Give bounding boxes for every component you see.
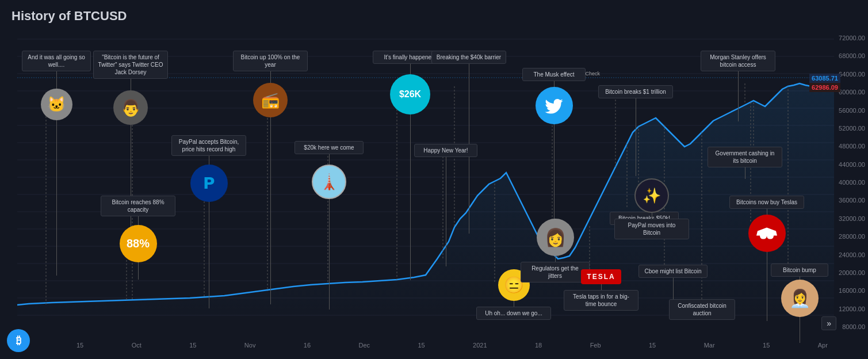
ann-tesla-tap: TESLA Tesla taps in for a big-time bounc…: [564, 269, 638, 311]
ann-govt-line: [745, 167, 745, 179]
ann-musk-line: [554, 81, 555, 87]
ann-tesla-label: Tesla taps in for a big-time bounce: [564, 290, 638, 311]
ann-confiscated-label: Confiscated bitcoin auction: [669, 299, 735, 320]
ann-reg-line: [555, 256, 556, 262]
ann-20k: $20k here we come 🗼: [295, 141, 364, 310]
tesla-car-icon: T: [748, 215, 786, 252]
ann-dorsey-label: "Bitcoin is the future of Twitter" says …: [93, 51, 168, 79]
ann-tesla-buy-label: Bitcoins now buy Teslas: [729, 196, 804, 209]
ann-20k-line: [329, 154, 330, 165]
ann-govt: Government cashing in its bitcoin: [708, 147, 782, 179]
ann-88pct: Bitcoin reaches 88% capacity 88%: [101, 196, 175, 280]
ann-trillion-label: Bitcoin breaks $1 trillion: [598, 85, 673, 98]
ann-morgan: Morgan Stanley offers bitcoin access: [701, 51, 775, 121]
ann-88-label: Bitcoin reaches 88% capacity: [101, 196, 175, 216]
ann-newyear-line: [446, 157, 446, 266]
ann-40k-label: Breaking the $40k barrier: [431, 51, 506, 64]
26k-icon: $26K: [390, 74, 430, 114]
dorsey-icon: 👨: [113, 90, 148, 125]
ann-cat-line2: [56, 120, 57, 276]
x-axis: Sep 15 Oct 15 Nov 16 Dec 15 2021 18 Feb …: [17, 342, 828, 349]
price-low-badge: 62986.09: [809, 83, 840, 92]
ann-bitcoin100-line2: [270, 117, 271, 304]
ann-tesla-buy-line2: [767, 252, 767, 321]
ann-newyear: Happy New Year!: [414, 144, 477, 266]
svg-text:T: T: [766, 231, 768, 235]
ann-morgan-label: Morgan Stanley offers bitcoin access: [701, 51, 775, 71]
ann-trillion-line: [636, 98, 636, 176]
twitter-musk-icon: [536, 87, 573, 124]
ann-cat-label: And it was all going so well....: [22, 51, 91, 71]
ann-newyear-label: Happy New Year!: [414, 144, 477, 157]
ann-88-line2: [138, 262, 139, 280]
nav-forward-button[interactable]: »: [821, 316, 836, 330]
woman-smile-icon: 👩‍💼: [781, 280, 819, 317]
ann-88-line: [138, 216, 139, 225]
woman-icon: 👩: [537, 219, 574, 256]
ann-bump-label: Bitcoin bump: [771, 263, 828, 277]
btc-icon: ₿: [7, 329, 30, 352]
paypal-icon: 𝗣: [190, 165, 228, 202]
cat-icon: 🐱: [41, 89, 72, 120]
ann-tesla-line: [601, 284, 602, 290]
ann-down-label: Uh oh... down we go...: [476, 307, 551, 320]
ann-20k-label: $20k here we come: [295, 141, 364, 154]
ann-musk-label: The Musk effect: [522, 68, 586, 81]
ann-dorsey-line: [131, 79, 131, 90]
ann-26k-line2: [410, 114, 411, 280]
tower-icon: 🗼: [312, 165, 346, 199]
ann-cboe-label: Cboe might list Bitcoin: [638, 265, 708, 278]
y-axis: 72000.00 68000.00 64000.00 60000.00 5600…: [839, 35, 865, 330]
pct-88-icon: 88%: [120, 225, 157, 262]
ann-morgan-line: [738, 71, 739, 121]
ann-26k-line: [410, 64, 411, 74]
chart-container: History of BTCUSD: [0, 0, 868, 359]
ann-trillion: Bitcoin breaks $1 trillion: [598, 85, 673, 176]
ann-paypal-line2: [209, 202, 209, 308]
ann-cat-line: [56, 71, 57, 89]
ann-confiscated: Confiscated bitcoin auction: [669, 299, 735, 320]
ann-bump: Bitcoin bump 👩‍💼: [771, 263, 828, 343]
price-high-badge: 63085.71: [809, 74, 840, 83]
btc-watermark: ₿: [7, 329, 30, 352]
ann-tesla-buy-line: [767, 209, 767, 215]
ann-govt-label: Government cashing in its bitcoin: [708, 147, 782, 167]
spark-icon: ✨: [634, 178, 669, 213]
radio-icon: 📻: [253, 83, 288, 117]
ann-down-line: [514, 301, 514, 307]
ann-20k-line2: [329, 199, 330, 310]
ann-cat: And it was all going so well.... 🐱: [22, 51, 91, 276]
ann-paypal2-label: PayPal moves into Bitcoin: [614, 219, 689, 239]
ann-bump-line2: [800, 317, 800, 343]
ann-paypal2: ✨ PayPal moves into Bitcoin: [614, 178, 689, 239]
ann-paypal-line: [209, 156, 209, 165]
ann-bitcoin100-label: Bitcoin up 100% on the year: [233, 51, 308, 71]
ann-bitcoin100-line: [270, 71, 271, 83]
tesla-badge-icon: TESLA: [581, 269, 621, 284]
ann-paypal2-line: [652, 213, 652, 219]
